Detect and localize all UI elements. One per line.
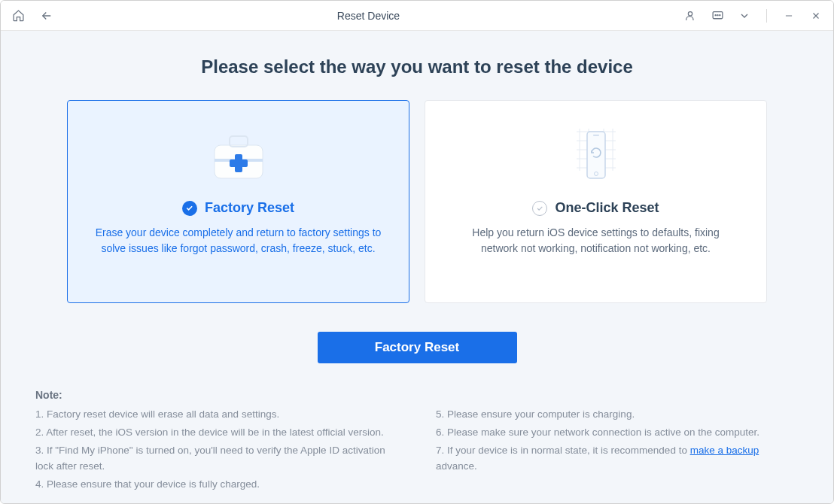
titlebar-right [683,9,823,23]
note-item: 6. Please make sure your network connect… [436,425,800,441]
content-area: Please select the way you want to reset … [1,31,833,503]
page-heading: Please select the way you want to reset … [34,56,800,77]
one-click-reset-desc: Help you return iOS device settings to d… [452,225,739,257]
note-item: 1. Factory reset device will erase all d… [35,407,400,423]
notes-column-left: 1. Factory reset device will erase all d… [35,407,400,495]
factory-reset-title: Factory Reset [205,200,294,216]
user-icon[interactable] [683,9,697,23]
one-click-reset-title-row: One-Click Reset [452,200,739,216]
notes-title: Note: [35,389,800,401]
reset-options: Factory Reset Erase your device complete… [34,100,800,303]
svg-rect-21 [593,135,599,136]
titlebar-divider [766,9,767,23]
minimize-icon[interactable] [782,9,796,23]
svg-rect-9 [230,159,248,167]
note-item: 2. After reset, the iOS version in the d… [35,425,400,441]
note-item: 4. Please ensure that your device is ful… [35,477,400,493]
titlebar-left [11,9,53,23]
notes-column-right: 5. Please ensure your computer is chargi… [436,407,800,495]
note-item: 3. If "Find My iPhone" is turned on, you… [35,443,400,475]
svg-point-3 [717,15,717,16]
check-unselected-icon [532,201,547,216]
svg-point-2 [715,15,716,16]
notes-columns: 1. Factory reset device will erase all d… [35,407,800,495]
note-item: 7. If your device is in normal state, it… [436,443,800,475]
back-icon[interactable] [40,9,53,23]
one-click-reset-card[interactable]: One-Click Reset Help you return iOS devi… [425,100,767,303]
factory-reset-button[interactable]: Factory Reset [318,332,517,363]
factory-reset-title-row: Factory Reset [95,200,382,216]
one-click-reset-title: One-Click Reset [555,200,659,216]
note-text: advance. [436,460,477,472]
close-icon[interactable] [809,9,823,23]
notes-section: Note: 1. Factory reset device will erase… [34,389,800,495]
titlebar: Reset Device [1,1,833,31]
svg-rect-19 [587,132,605,178]
make-backup-link[interactable]: make a backup [690,445,759,456]
factory-reset-card[interactable]: Factory Reset Erase your device complete… [67,100,409,303]
check-selected-icon [182,201,197,216]
factory-reset-desc: Erase your device completely and return … [95,225,382,257]
feedback-icon[interactable] [711,9,724,23]
note-item: 5. Please ensure your computer is chargi… [436,407,800,423]
phone-refresh-icon [452,123,739,188]
note-text: 7. If your device is in normal state, it… [436,445,690,456]
medkit-icon [95,123,382,188]
svg-point-0 [688,11,692,15]
window-title: Reset Device [53,10,683,22]
chevron-down-icon[interactable] [738,9,751,23]
svg-point-4 [719,15,720,16]
home-icon[interactable] [11,9,25,23]
